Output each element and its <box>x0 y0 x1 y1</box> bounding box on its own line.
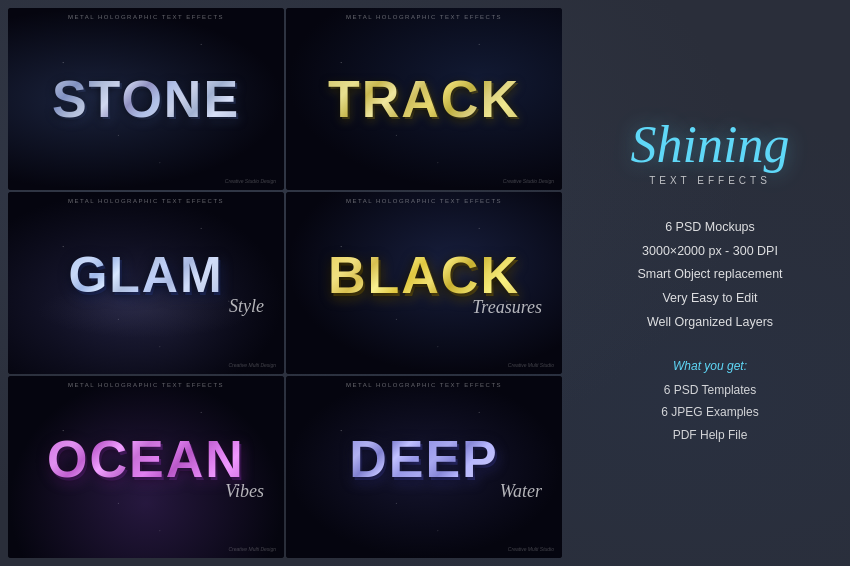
card-glam-text: GLAM <box>68 250 223 300</box>
feature-4: Very Easy to Edit <box>637 287 782 311</box>
card-deep-text: DEEP <box>349 433 499 485</box>
what-you-get-list: 6 PSD Templates 6 JPEG Examples PDF Help… <box>661 379 758 447</box>
card-stone: METAL HOLOGRAPHIC TEXT EFFECTS STONE Cre… <box>8 8 284 190</box>
what-you-get-section: What you get: 6 PSD Templates 6 JPEG Exa… <box>661 359 758 447</box>
card-glam-script: Style <box>229 296 264 317</box>
card-glam-credit: Creative Multi Design <box>228 362 276 368</box>
feature-3: Smart Object replacement <box>637 263 782 287</box>
cards-grid: METAL HOLOGRAPHIC TEXT EFFECTS STONE Cre… <box>0 0 570 566</box>
card-track-label: Metal Holographic Text Effects <box>346 14 502 20</box>
info-panel: Shining TEXT EFFECTS 6 PSD Mockups 3000×… <box>570 0 850 566</box>
get-item-1: 6 PSD Templates <box>661 379 758 402</box>
card-glam: METAL HOLOGRAPHIC TEXT EFFECTS GLAM Styl… <box>8 192 284 374</box>
card-deep-label: METAL HOLOGRAPHIC TEXT EFFECTS <box>346 382 502 388</box>
card-black-script: Treasures <box>472 297 542 318</box>
card-ocean-text: OCEAN <box>47 433 245 485</box>
feature-1: 6 PSD Mockups <box>637 216 782 240</box>
card-deep: METAL HOLOGRAPHIC TEXT EFFECTS DEEP Wate… <box>286 376 562 558</box>
card-deep-credit: Creative Multi Studio <box>508 546 554 552</box>
card-stone-label: METAL HOLOGRAPHIC TEXT EFFECTS <box>68 14 224 20</box>
card-ocean-label: METAL HOLOGRAPHIC TEXT EFFECTS <box>68 382 224 388</box>
card-black-text: BLACK <box>328 249 520 301</box>
card-black: METAL HOLOGRAPHIC TEXT EFFECTS BLACK Tre… <box>286 192 562 374</box>
card-glam-label: METAL HOLOGRAPHIC TEXT EFFECTS <box>68 198 224 204</box>
feature-2: 3000×2000 px - 300 DPI <box>637 240 782 264</box>
card-ocean-script: Vibes <box>225 481 264 502</box>
brand-title: Shining <box>631 119 790 171</box>
card-stone-text: STONE <box>52 73 240 125</box>
get-item-2: 6 JPEG Examples <box>661 401 758 424</box>
card-stone-credit: Creative Studio Design <box>225 178 276 184</box>
feature-5: Well Organized Layers <box>637 311 782 335</box>
card-ocean-credit: Creative Multi Design <box>228 546 276 552</box>
card-track-text: TRACK <box>328 73 520 125</box>
get-item-3: PDF Help File <box>661 424 758 447</box>
card-deep-script: Water <box>500 481 542 502</box>
card-ocean: METAL HOLOGRAPHIC TEXT EFFECTS OCEAN Vib… <box>8 376 284 558</box>
card-black-credit: Creative Multi Studio <box>508 362 554 368</box>
brand-subtitle: TEXT EFFECTS <box>649 175 771 186</box>
card-track: Metal Holographic Text Effects TRACK Cre… <box>286 8 562 190</box>
card-black-label: METAL HOLOGRAPHIC TEXT EFFECTS <box>346 198 502 204</box>
what-you-get-title: What you get: <box>661 359 758 373</box>
features-list: 6 PSD Mockups 3000×2000 px - 300 DPI Sma… <box>637 216 782 335</box>
card-track-credit: Creative Studio Design <box>503 178 554 184</box>
